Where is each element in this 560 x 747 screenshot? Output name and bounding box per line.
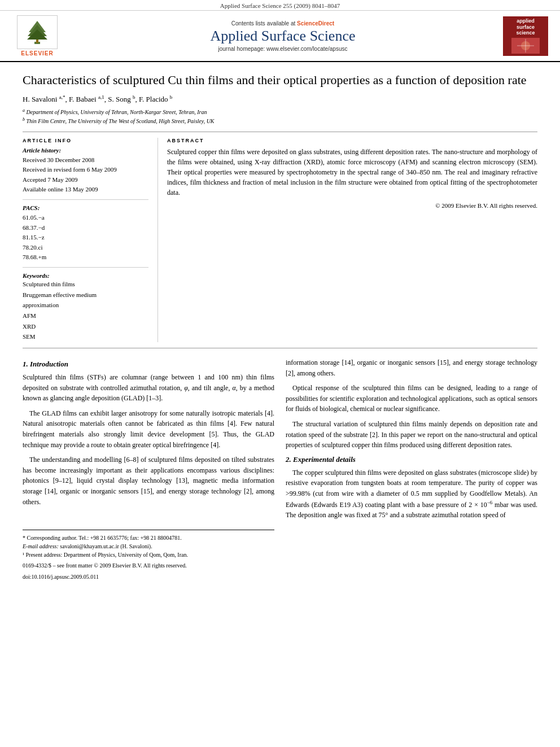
footer-issn: 0169-4332/$ – see front matter © 2009 El… xyxy=(23,561,274,570)
logo-graphic-icon xyxy=(514,38,537,54)
journal-name: Applied Surface Science xyxy=(65,28,500,45)
applied-surface-science-logo: appliedsurfacescience xyxy=(503,16,548,56)
pacs-4: 78.20.ci xyxy=(23,243,148,253)
footnote-1: * Corresponding author. Tel.: +98 21 663… xyxy=(23,534,274,542)
keywords-label: Keywords: xyxy=(23,272,148,279)
affiliation-a: Department of Physics, University of Teh… xyxy=(27,109,207,115)
intro-para-1: Sculptured thin films (STFs) are columna… xyxy=(23,372,274,404)
sup-a1: a,1 xyxy=(98,94,104,100)
journal-reference: Applied Surface Science 255 (2009) 8041–… xyxy=(220,2,340,9)
experimental-title: 2. Experimental details xyxy=(286,455,537,464)
pacs-5: 78.68.+m xyxy=(23,252,148,263)
history-revised: Received in revised form 6 May 2009 xyxy=(23,165,148,175)
elsevier-logo: ELSEVIER xyxy=(9,15,65,56)
copyright-line: © 2009 Elsevier B.V. All rights reserved… xyxy=(167,202,537,209)
sup-b1: b xyxy=(133,94,135,100)
history-label: Article history: xyxy=(23,147,148,154)
journal-title-center: Contents lists available at ScienceDirec… xyxy=(65,20,500,52)
article-title-section: Characteristics of sculptured Cu thin fi… xyxy=(23,62,537,132)
journal-header: ELSEVIER Contents lists available at Sci… xyxy=(0,11,560,62)
affiliations: a Department of Physics, University of T… xyxy=(23,107,537,126)
aff-sup-b: b xyxy=(23,117,25,122)
pacs-2: 68.37.−d xyxy=(23,223,148,233)
intro-para-2: The GLAD films can exhibit larger anisot… xyxy=(23,408,274,450)
aff-sup-a: a xyxy=(23,108,25,113)
footnotes-area: * Corresponding author. Tel.: +98 21 663… xyxy=(23,530,274,582)
kw-6: SEM xyxy=(23,331,148,342)
abstract-column: ABSTRACT Sculptured copper thin films we… xyxy=(158,138,537,342)
logo-title-text: appliedsurfacescience xyxy=(516,18,535,36)
pacs-label: PACS: xyxy=(23,204,148,211)
intro-para-optical: Optical response of the sculptured thin … xyxy=(286,383,537,414)
article-info-column: ARTICLE INFO Article history: Received 3… xyxy=(23,138,158,342)
logo-image-area xyxy=(511,38,540,54)
affiliation-b: Thin Film Centre, The University of The … xyxy=(27,119,215,125)
experimental-para-1: The copper sculptured thin films were de… xyxy=(286,468,537,521)
history-available: Available online 13 May 2009 xyxy=(23,185,148,195)
kw-5: XRD xyxy=(23,321,148,332)
history-received: Received 30 December 2008 xyxy=(23,155,148,165)
authors-line: H. Savaloni a,*, F. Babaei a,1, S. Song … xyxy=(23,94,537,104)
intro-para-structural: The structural variation of sculptured t… xyxy=(286,419,537,451)
abstract-text: Sculptured copper thin films were deposi… xyxy=(167,147,537,198)
pacs-1: 61.05.−a xyxy=(23,213,148,223)
main-content: 1. Introduction Sculptured thin films (S… xyxy=(23,348,537,582)
kw-3: approximation xyxy=(23,300,148,311)
right-column: information storage [14], organic or ino… xyxy=(286,357,537,582)
article-info-abstract: ARTICLE INFO Article history: Received 3… xyxy=(23,132,537,348)
introduction-title: 1. Introduction xyxy=(23,360,274,369)
journal-homepage: journal homepage: www.elsevier.com/locat… xyxy=(65,46,500,52)
sup-a-star: a,* xyxy=(59,94,65,100)
abstract-header: ABSTRACT xyxy=(167,138,537,143)
journal-ref-bar: Applied Surface Science 255 (2009) 8041–… xyxy=(0,0,560,11)
left-column: 1. Introduction Sculptured thin films (S… xyxy=(23,357,274,582)
intro-para-3: The understanding and modelling [6–8] of… xyxy=(23,455,274,507)
journal-logo-right: appliedsurfacescience xyxy=(500,16,551,56)
elsevier-tree-icon xyxy=(20,18,54,46)
pacs-3: 81.15.−z xyxy=(23,233,148,243)
intro-para-4: information storage [14], organic or ino… xyxy=(286,357,537,378)
elsevier-logo-box xyxy=(17,15,58,49)
sciencedirect-link[interactable]: ScienceDirect xyxy=(297,20,334,27)
sup-b2: b xyxy=(170,94,173,100)
divider-1 xyxy=(23,199,148,200)
footnote-email: E-mail address: savaloni@khayam.ut.ac.ir… xyxy=(23,542,274,551)
article-title: Characteristics of sculptured Cu thin fi… xyxy=(23,72,537,89)
history-accepted: Accepted 7 May 2009 xyxy=(23,175,148,185)
footnote-2: ¹ Present address: Department of Physics… xyxy=(23,551,274,559)
contents-line: Contents lists available at ScienceDirec… xyxy=(65,20,500,27)
article-footer: * Corresponding author. Tel.: +98 21 663… xyxy=(23,530,274,582)
kw-4: AFM xyxy=(23,311,148,321)
elsevier-text-label: ELSEVIER xyxy=(21,50,53,56)
divider-2 xyxy=(23,267,148,268)
footer-doi: doi:10.1016/j.apsusc.2009.05.011 xyxy=(23,573,274,582)
kw-1: Sculptured thin films xyxy=(23,279,148,290)
article-body: Characteristics of sculptured Cu thin fi… xyxy=(0,62,560,582)
article-info-header: ARTICLE INFO xyxy=(23,138,148,143)
kw-2: Bruggeman effective medium xyxy=(23,290,148,300)
